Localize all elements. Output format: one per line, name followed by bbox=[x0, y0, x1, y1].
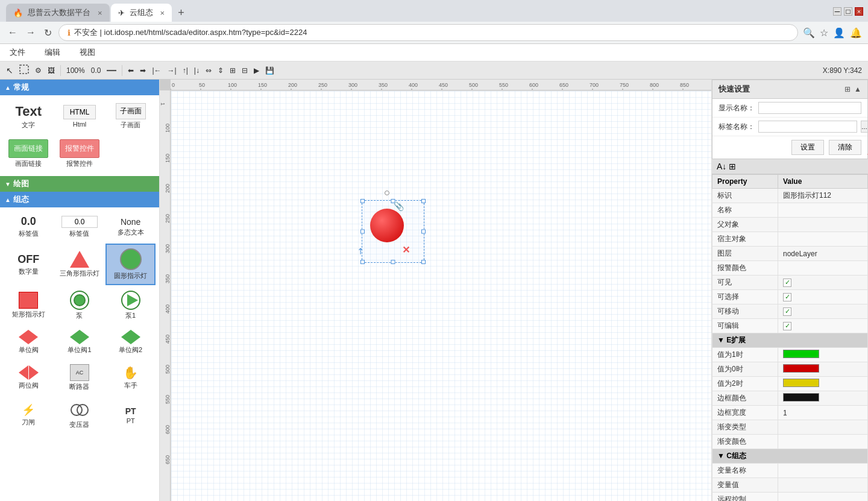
display-name-input[interactable] bbox=[758, 102, 861, 114]
sidebar-item-duanluo[interactable]: AC 断路器 bbox=[55, 360, 105, 395]
tab-sipu-close[interactable]: × bbox=[98, 8, 102, 17]
delete-icon[interactable]: ✕ bbox=[402, 244, 410, 256]
color-cell-black[interactable] bbox=[778, 391, 868, 406]
restore-button[interactable]: □ bbox=[844, 7, 852, 16]
sidebar-item-liangweifa[interactable]: 两位阀 bbox=[4, 360, 54, 395]
tab-sipu[interactable]: 🔥 思普云大数据平台 × bbox=[6, 4, 110, 22]
color-cell-red[interactable] bbox=[778, 362, 868, 377]
table-row[interactable]: 父对象 bbox=[712, 218, 868, 232]
handle-bm[interactable] bbox=[391, 260, 395, 264]
check-cell[interactable]: ✓ bbox=[778, 276, 868, 290]
tag-lookup-button[interactable]: … bbox=[861, 121, 868, 133]
value-cell[interactable] bbox=[778, 261, 868, 276]
settings-apply-button[interactable]: 设置 bbox=[791, 140, 824, 155]
checkbox-icon[interactable]: ✓ bbox=[783, 279, 791, 287]
sidebar-item-yuanxing[interactable]: 圆形指示灯 bbox=[105, 244, 156, 285]
pointer-tool[interactable]: ↖ bbox=[4, 65, 16, 77]
tab-yunzutai[interactable]: ✈ 云组态 × bbox=[111, 4, 172, 22]
sidebar-item-danyifa[interactable]: 单位阀 bbox=[4, 326, 54, 359]
color-swatch-yellow[interactable] bbox=[783, 379, 819, 387]
sidebar-item-pt[interactable]: PT PT bbox=[105, 397, 156, 433]
value-cell[interactable] bbox=[778, 478, 868, 493]
check-cell[interactable]: ✓ bbox=[778, 290, 868, 304]
miantian-button[interactable]: 画面链接 bbox=[8, 139, 48, 158]
menu-view[interactable]: 视图 bbox=[76, 45, 99, 60]
settings-tool[interactable]: ⚙ bbox=[33, 65, 44, 76]
bookmark-button[interactable]: ☆ bbox=[820, 27, 828, 39]
handle-mr[interactable] bbox=[421, 230, 426, 234]
zimian-button[interactable]: 子画面 bbox=[116, 103, 146, 119]
sidebar-item-juxing[interactable]: 矩形指示灯 bbox=[4, 286, 54, 324]
color-swatch-red[interactable] bbox=[783, 364, 819, 373]
save-tool[interactable]: 💾 bbox=[263, 65, 277, 76]
preview-tool[interactable]: ▶ bbox=[251, 65, 262, 76]
circle-indicator-object[interactable] bbox=[370, 209, 404, 242]
handle-tl[interactable] bbox=[360, 199, 365, 203]
forward-button[interactable]: → bbox=[24, 25, 37, 40]
sidebar-item-beng[interactable]: 泵 bbox=[55, 286, 105, 324]
table-row[interactable]: 可编辑✓ bbox=[712, 319, 868, 333]
settings-clear-button[interactable]: 清除 bbox=[829, 140, 861, 155]
sidebar-item-sanjiao[interactable]: 三角形指示灯 bbox=[55, 244, 105, 285]
align-top-tool[interactable]: ↑| bbox=[180, 65, 190, 76]
back-button[interactable]: ← bbox=[6, 25, 19, 40]
value-cell[interactable] bbox=[778, 435, 868, 449]
minimize-button[interactable]: ─ bbox=[833, 7, 841, 16]
sidebar-item-duotai[interactable]: None 多态文本 bbox=[105, 211, 156, 242]
table-row[interactable]: 报警颜色 bbox=[712, 261, 868, 276]
value-cell[interactable] bbox=[778, 232, 868, 247]
canvas[interactable]: 📎 ↗ ✕ bbox=[171, 90, 711, 501]
check-cell[interactable]: ✓ bbox=[778, 319, 868, 333]
zoom-tool[interactable] bbox=[104, 65, 119, 76]
sort-alpha-button[interactable]: A↓ bbox=[717, 162, 726, 171]
value-cell[interactable] bbox=[778, 464, 868, 478]
sidebar-item-beng1[interactable]: 泵1 bbox=[105, 286, 156, 324]
table-row[interactable]: 值为0时 bbox=[712, 362, 868, 377]
align-left-tool[interactable]: |← bbox=[149, 65, 163, 76]
table-row[interactable]: 变量名称 bbox=[712, 464, 868, 478]
canvas-scroll[interactable]: 📎 ↗ ✕ bbox=[171, 90, 711, 501]
table-row[interactable]: ▼ E扩展 bbox=[712, 333, 868, 348]
tag-name-input[interactable] bbox=[758, 121, 857, 133]
sidebar-item-danyifa1[interactable]: 单位阀1 bbox=[55, 326, 105, 359]
table-row[interactable]: 可见✓ bbox=[712, 276, 868, 290]
rotate-handle[interactable] bbox=[385, 191, 389, 195]
redo-tool[interactable]: ➡ bbox=[137, 65, 148, 76]
table-row[interactable]: 远程控制 bbox=[712, 493, 868, 502]
table-row[interactable]: 边框颜色 bbox=[712, 391, 868, 406]
sidebar-item-daodian[interactable]: ⚡ 刀闸 bbox=[4, 397, 54, 433]
sidebar-item-off[interactable]: OFF 数字量 bbox=[4, 244, 54, 285]
undo-tool[interactable]: ⬅ bbox=[125, 65, 136, 76]
table-row[interactable]: 变量值 bbox=[712, 478, 868, 493]
table-row[interactable]: 渐变颜色 bbox=[712, 435, 868, 449]
value-cell[interactable]: 圆形指示灯112 bbox=[778, 189, 868, 203]
checkbox-icon[interactable]: ✓ bbox=[783, 307, 791, 316]
checkbox-icon[interactable]: ✓ bbox=[783, 293, 791, 301]
group-tool[interactable]: ⊞ bbox=[227, 65, 238, 76]
align-right-tool[interactable]: →| bbox=[165, 65, 179, 76]
table-row[interactable]: 值为1时 bbox=[712, 348, 868, 362]
table-row[interactable]: 标识圆形指示灯112 bbox=[712, 189, 868, 203]
sidebar-item-html[interactable]: HTML Html bbox=[55, 99, 105, 134]
search-browser-button[interactable]: 🔍 bbox=[803, 27, 815, 39]
section-zuotai-header[interactable]: ▲ 组态 bbox=[0, 192, 159, 207]
new-tab-button[interactable]: + bbox=[173, 4, 189, 22]
color-swatch-green[interactable] bbox=[783, 350, 819, 358]
baojing-button[interactable]: 报警控件 bbox=[60, 139, 99, 158]
value-cell[interactable]: nodeLayer bbox=[778, 247, 868, 261]
sidebar-item-danyifa2[interactable]: 单位阀2 bbox=[105, 326, 156, 359]
menu-file[interactable]: 文件 bbox=[6, 45, 29, 60]
table-row[interactable]: 可移动✓ bbox=[712, 304, 868, 319]
close-window-button[interactable]: × bbox=[855, 7, 863, 16]
sidebar-item-text[interactable]: Text 文字 bbox=[4, 99, 54, 134]
refresh-button[interactable]: ↻ bbox=[42, 25, 54, 40]
table-row[interactable]: 渐变类型 bbox=[712, 420, 868, 435]
handle-br[interactable] bbox=[421, 260, 426, 264]
color-swatch-black[interactable] bbox=[783, 393, 819, 402]
sidebar-item-biaoqianzhi2[interactable]: 标签值 bbox=[55, 211, 105, 242]
sort-order-button[interactable]: ⊞ bbox=[729, 162, 736, 171]
center-h-tool[interactable]: ⇔ bbox=[203, 65, 214, 76]
html-button[interactable]: HTML bbox=[63, 105, 96, 119]
sidebar-item-cheshou[interactable]: ✋ 车手 bbox=[105, 360, 156, 395]
sidebar-item-zimian[interactable]: 子画面 子画面 bbox=[105, 99, 156, 134]
